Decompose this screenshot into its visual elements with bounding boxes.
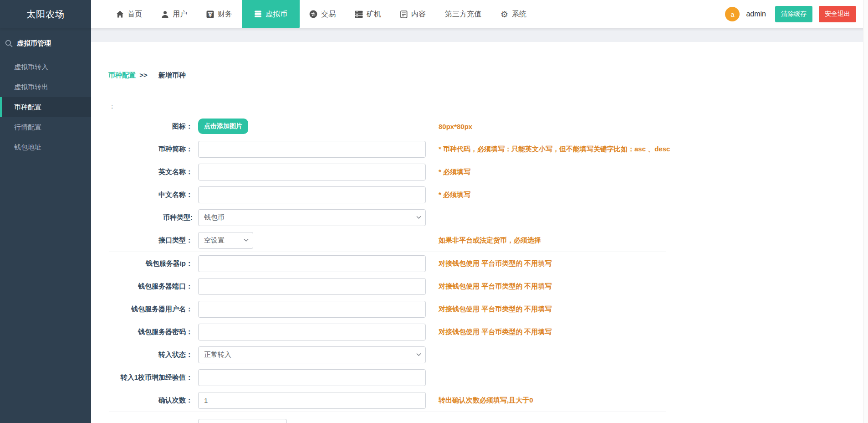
form-row-wallet-server-password: 钱包服务器密码： 对接钱包使用 平台币类型的 不用填写 (108, 320, 859, 343)
sidebar-section-header: 虚拟币管理 (0, 28, 91, 57)
exchange-icon (309, 10, 317, 18)
top-nav: 首页 用户 ¥ 财务 虚拟币 交易 矿机 内容 第三方充值 ⚙ (91, 0, 536, 28)
nav-item-system[interactable]: ⚙ 系统 (491, 0, 536, 28)
wallet-server-username-input[interactable] (198, 301, 426, 318)
english-name-input[interactable] (198, 164, 426, 181)
nav-item-label: 第三方充值 (445, 10, 481, 19)
interface-type-selected-value: 空设置 (204, 236, 225, 245)
user-icon (161, 10, 169, 18)
field-label: 接口类型： (108, 236, 193, 245)
search-icon (5, 40, 13, 47)
field-hint: 对接钱包使用 平台币类型的 不用填写 (439, 328, 551, 336)
chevron-down-icon (416, 216, 421, 219)
sidebar-item-market-config[interactable]: 行情配置 (0, 117, 91, 137)
transfer-in-status-select[interactable]: 正常转入 (198, 346, 426, 363)
sidebar-item-transfer-out[interactable]: 虚拟币转出 (0, 77, 91, 97)
breadcrumb-separator: >> (139, 71, 148, 79)
breadcrumb-parent-link[interactable]: 币种配置 (108, 71, 136, 79)
nav-item-label: 用户 (173, 10, 187, 19)
field-hint: 对接钱包使用 平台币类型的 不用填写 (439, 259, 551, 268)
sidebar-item-transfer-in[interactable]: 虚拟币转入 (0, 57, 91, 77)
transfer-in-status-selected-value: 正常转入 (204, 351, 231, 359)
confirm-count-input[interactable] (198, 392, 426, 409)
form-row-interface-type: 接口类型： 空设置 如果非平台或法定货币，必须选择 (108, 229, 859, 252)
field-label: 图标： (108, 122, 193, 131)
content-top-band (91, 28, 868, 42)
form-row-coin-type: 币种类型: 钱包币 (108, 206, 859, 229)
form-row-icon: 图标： 点击添加图片 80px*80px (108, 115, 859, 138)
nav-item-finance[interactable]: ¥ 财务 (197, 0, 242, 28)
wallet-server-password-input[interactable] (198, 324, 426, 340)
wallet-server-port-input[interactable] (198, 278, 426, 295)
field-label: 确认次数： (108, 396, 193, 405)
main-content: 币种配置 >> 新增币种 : 图标： 点击添加图片 80px*80px 币种简称… (91, 42, 863, 423)
transfer-out-fee-type-select[interactable]: 百分比扣除手续费 (198, 419, 287, 423)
field-hint: 80px*80px (439, 123, 472, 130)
coins-icon (254, 10, 262, 18)
field-label: 英文名称： (108, 168, 193, 176)
brand-logo: 太阳农场 (0, 0, 91, 28)
field-hint: 转出确认次数必须填写,且大于0 (439, 396, 533, 405)
field-label: 钱包服务器密码： (108, 328, 193, 336)
chinese-name-input[interactable] (198, 186, 426, 203)
field-hint: 对接钱包使用 平台币类型的 不用填写 (439, 305, 551, 314)
sidebar: 虚拟币管理 虚拟币转入 虚拟币转出 币种配置 行情配置 钱包地址 (0, 28, 91, 423)
nav-item-label: 交易 (321, 10, 336, 19)
username-label: admin (746, 10, 766, 18)
form-row-exp-per-coin: 转入1枚币增加经验值： (108, 366, 859, 389)
form-row-wallet-server-username: 钱包服务器用户名： 对接钱包使用 平台币类型的 不用填写 (108, 298, 859, 320)
form-row-english-name: 英文名称： * 必须填写 (108, 160, 859, 183)
add-image-button[interactable]: 点击添加图片 (198, 119, 248, 134)
page-scrollbar[interactable] (863, 0, 868, 423)
section-divider (109, 412, 666, 412)
server-icon (355, 10, 363, 18)
field-label: 币种简称： (108, 145, 193, 154)
field-hint: 如果非平台或法定货币，必须选择 (439, 236, 541, 245)
form-row-confirm-count: 确认次数： 转出确认次数必须填写,且大于0 (108, 389, 859, 412)
nav-item-thirdparty-recharge[interactable]: 第三方充值 (435, 0, 491, 28)
coin-code-input[interactable] (198, 141, 426, 158)
sidebar-section-title: 虚拟币管理 (17, 39, 51, 48)
form-row-transfer-in-status: 转入状态： 正常转入 (108, 343, 859, 366)
form-row-transfer-out-fee-type: 转出手续费类型 百分比扣除手续费 (108, 416, 859, 423)
nav-item-home[interactable]: 首页 (107, 0, 152, 28)
coin-form: 图标： 点击添加图片 80px*80px 币种简称： * 币种代码，必须填写：只… (108, 115, 859, 423)
exp-per-coin-input[interactable] (198, 369, 426, 386)
field-hint: * 必须填写 (439, 168, 470, 176)
coin-type-select[interactable]: 钱包币 (198, 209, 426, 226)
nav-item-label: 首页 (128, 10, 142, 19)
breadcrumb: 币种配置 >> 新增币种 (108, 71, 186, 80)
document-icon (400, 10, 408, 18)
field-label: 转入1枚币增加经验值： (108, 373, 193, 382)
form-row-wallet-server-port: 钱包服务器端口： 对接钱包使用 平台币类型的 不用填写 (108, 275, 859, 298)
avatar[interactable]: a (725, 7, 740, 21)
form-row-chinese-name: 中文名称： * 必须填写 (108, 183, 859, 206)
field-hint: * 必须填写 (439, 191, 470, 199)
gear-icon: ⚙ (500, 10, 508, 19)
top-bar: 太阳农场 首页 用户 ¥ 财务 虚拟币 交易 矿机 内容 (0, 0, 868, 28)
nav-item-virtual-currency[interactable]: 虚拟币 (242, 0, 300, 28)
sidebar-item-coin-config[interactable]: 币种配置 (0, 97, 91, 117)
field-hint: 对接钱包使用 平台币类型的 不用填写 (439, 282, 551, 291)
nav-item-label: 虚拟币 (266, 10, 287, 19)
wallet-server-ip-input[interactable] (198, 255, 426, 272)
home-icon (116, 10, 124, 18)
field-label: 钱包服务器端口： (108, 282, 193, 291)
sidebar-item-wallet-address[interactable]: 钱包地址 (0, 137, 91, 157)
nav-item-users[interactable]: 用户 (152, 0, 197, 28)
field-label: 钱包服务器ip： (108, 259, 193, 268)
logout-button[interactable]: 安全退出 (819, 6, 856, 22)
interface-type-select[interactable]: 空设置 (198, 232, 253, 249)
field-label: 转入状态： (108, 351, 193, 359)
nav-item-trade[interactable]: 交易 (300, 0, 345, 28)
yuan-icon: ¥ (206, 10, 214, 18)
nav-item-content[interactable]: 内容 (391, 0, 435, 28)
form-row-wallet-server-ip: 钱包服务器ip： 对接钱包使用 平台币类型的 不用填写 (108, 252, 859, 275)
nav-item-label: 内容 (411, 10, 426, 19)
coin-type-selected-value: 钱包币 (204, 213, 225, 222)
chevron-down-icon (416, 353, 421, 356)
field-label: 币种类型: (108, 213, 193, 222)
top-right-area: a admin 清除缓存 安全退出 (725, 0, 856, 28)
clear-cache-button[interactable]: 清除缓存 (775, 6, 812, 22)
nav-item-miner[interactable]: 矿机 (345, 0, 391, 28)
